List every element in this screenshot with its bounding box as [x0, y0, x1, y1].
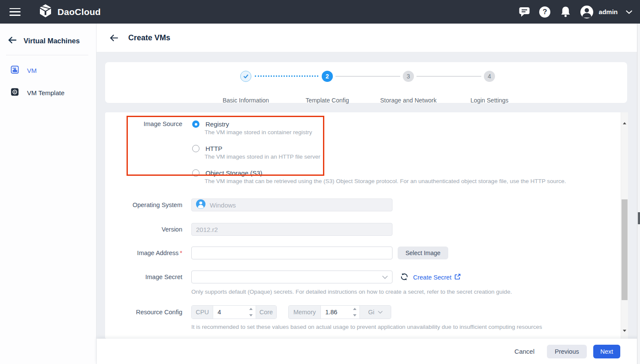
sidebar: Virtual Machines VM VM Template: [0, 24, 97, 364]
os-avatar-icon: [196, 199, 205, 211]
create-secret-link[interactable]: Create Secret: [413, 274, 461, 281]
image-address-label: Image Address*: [105, 250, 182, 256]
check-icon: [242, 72, 250, 80]
sidebar-item-vm[interactable]: VM: [0, 62, 96, 79]
divider: [6, 55, 88, 55]
step-3-circle: 3: [403, 71, 414, 82]
step-2-circle: 2: [322, 71, 333, 82]
chevron-down-icon: [378, 311, 383, 314]
scrollbar-thumb[interactable]: [622, 199, 628, 300]
step-connector: [335, 76, 400, 77]
cancel-button[interactable]: Cancel: [514, 348, 534, 355]
cpu-spin-buttons[interactable]: [246, 306, 256, 319]
help-icon[interactable]: ?: [539, 6, 551, 18]
daocloud-logo-icon: [38, 3, 53, 21]
step-3-label: Storage and Network: [372, 97, 445, 104]
menu-icon[interactable]: [9, 8, 21, 16]
step-4-label: Login Settings: [453, 97, 526, 104]
brand[interactable]: DaoCloud: [38, 3, 101, 21]
refresh-icon[interactable]: [400, 273, 408, 281]
spin-down-icon[interactable]: [350, 312, 359, 319]
sidebar-title: Virtual Machines: [24, 37, 80, 45]
cpu-stepper: CPU Core: [191, 305, 277, 319]
messages-icon[interactable]: [519, 6, 530, 18]
spin-down-icon[interactable]: [246, 312, 256, 319]
image-address-input[interactable]: [191, 247, 392, 259]
image-secret-label: Image Secret: [105, 274, 182, 280]
memory-unit-select[interactable]: Gi: [359, 306, 391, 319]
select-image-button[interactable]: Select Image: [398, 247, 448, 259]
browser-scrollbar[interactable]: [637, 24, 640, 364]
form-scrollbar[interactable]: [621, 112, 628, 339]
memory-prefix: Memory: [289, 306, 321, 319]
template-config-form: Image Source Registry The VM image store…: [105, 112, 628, 339]
radio-registry[interactable]: Registry: [192, 120, 229, 128]
radio-object-storage-s3[interactable]: Object Storage (S3): [192, 169, 263, 177]
radio-label: Object Storage (S3): [205, 169, 263, 177]
chevron-down-icon[interactable]: [626, 8, 632, 16]
topbar-actions: ? admin: [519, 0, 632, 24]
resource-config-help: It is recommended to set these values ba…: [191, 324, 542, 330]
previous-button[interactable]: Previous: [547, 345, 587, 358]
radio-selected-icon[interactable]: [192, 120, 199, 128]
stepper: 2 3 4 Basic Information Template Config …: [105, 62, 627, 103]
step-4-circle: 4: [484, 71, 495, 82]
sidebar-item-vm-template[interactable]: VM Template: [0, 84, 96, 101]
radio-icon[interactable]: [192, 169, 199, 177]
operating-system-value: Windows: [210, 202, 236, 209]
sidebar-item-label: VM Template: [27, 89, 64, 96]
image-secret-select[interactable]: [191, 271, 392, 283]
cpu-prefix: CPU: [192, 306, 213, 319]
radio-desc: The VM image that can be retrieved using…: [205, 178, 640, 184]
brand-name: DaoCloud: [57, 7, 101, 17]
memory-input[interactable]: [321, 306, 350, 319]
user-avatar[interactable]: [580, 6, 593, 18]
step-connector: [255, 75, 318, 77]
content-area: 2 3 4 Basic Information Template Config …: [97, 52, 640, 339]
radio-label: HTTP: [205, 145, 222, 152]
browser-scrollbar-thumb[interactable]: [638, 212, 640, 224]
operating-system-field: Windows: [191, 199, 392, 211]
footer-actions: Cancel Previous Next: [97, 339, 640, 364]
back-icon[interactable]: [8, 36, 17, 45]
step-1-circle: [240, 71, 251, 82]
spin-up-icon[interactable]: [246, 306, 256, 312]
radio-label: Registry: [205, 120, 229, 128]
chevron-down-icon: [382, 273, 388, 281]
cpu-unit: Core: [256, 306, 276, 319]
page-title: Create VMs: [128, 33, 170, 42]
radio-desc: The VM image stored in container registr…: [205, 129, 312, 135]
memory-stepper: Memory Gi: [288, 305, 391, 319]
step-connector: [417, 76, 481, 77]
cpu-input[interactable]: [213, 306, 246, 319]
spin-up-icon[interactable]: [350, 306, 359, 312]
notifications-icon[interactable]: [560, 6, 571, 18]
back-icon[interactable]: [109, 34, 118, 42]
version-value: 2012.r2: [196, 226, 218, 233]
vm-icon: [11, 66, 19, 75]
next-button[interactable]: Next: [593, 345, 620, 358]
operating-system-label: Operating System: [105, 202, 182, 208]
resource-config-label: Resource Config: [105, 309, 182, 316]
image-secret-help: Only supports default (Opaque) secrets. …: [191, 289, 512, 295]
step-1-label: Basic Information: [209, 97, 282, 104]
radio-icon[interactable]: [192, 145, 199, 152]
external-link-icon: [454, 274, 461, 281]
image-source-label: Image Source: [105, 120, 182, 127]
scroll-up-icon[interactable]: [623, 115, 626, 123]
required-asterisk: *: [180, 250, 182, 256]
radio-http[interactable]: HTTP: [192, 145, 222, 152]
topbar: DaoCloud ? admin: [0, 0, 640, 24]
page-header: Create VMs: [97, 24, 640, 52]
vm-template-icon: [11, 88, 19, 98]
version-field: 2012.r2: [191, 223, 392, 236]
radio-desc: The VM images stored in an HTTP file ser…: [205, 153, 320, 160]
version-label: Version: [105, 226, 182, 233]
step-2-label: Template Config: [291, 97, 364, 104]
memory-spin-buttons[interactable]: [350, 306, 359, 319]
sidebar-item-label: VM: [27, 67, 37, 74]
user-name[interactable]: admin: [599, 8, 618, 15]
